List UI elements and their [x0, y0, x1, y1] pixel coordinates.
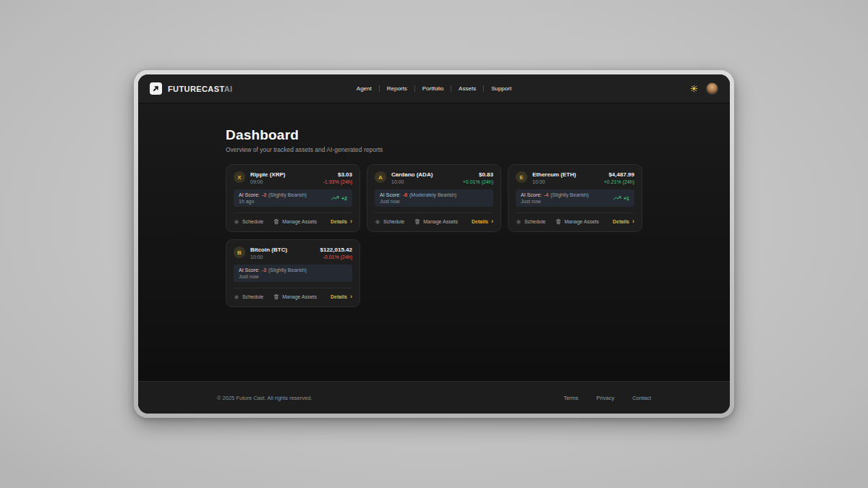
ai-score-block: AI Score: -3 (Slightly Bearish) 1h ago: [239, 192, 307, 204]
brand-main: FUTURECAST: [168, 85, 224, 93]
asset-time: 09:00: [250, 179, 285, 184]
main-nav: Agent Reports Portfolio Assets Support: [349, 85, 519, 92]
asset-price: $4,487.99: [604, 171, 634, 178]
ai-score-label: AI Score:: [239, 267, 260, 273]
ai-sentiment: (Slightly Bearish): [550, 192, 589, 197]
schedule-label: Schedule: [242, 294, 263, 299]
sun-icon: [690, 85, 698, 93]
asset-badge: A: [375, 171, 386, 183]
ai-updated: Just now: [239, 274, 307, 279]
trending-up-icon: [331, 196, 339, 201]
schedule-button[interactable]: Schedule: [516, 219, 545, 225]
footer-link-terms[interactable]: Terms: [563, 395, 578, 401]
trash-icon: [273, 218, 279, 225]
details-button[interactable]: Details ›: [472, 219, 493, 224]
asset-title-block: Cardano (ADA) 10:00: [391, 171, 433, 184]
asset-price-block: $122,015.42 -0.01% (24h): [320, 247, 353, 260]
asset-price: $122,015.42: [320, 247, 353, 253]
details-button[interactable]: Details ›: [331, 219, 352, 224]
gear-icon: [234, 219, 239, 225]
brand-name: FUTURECASTAI: [168, 85, 233, 93]
asset-badge: X: [234, 171, 245, 183]
asset-change: -1.93% (24h): [323, 179, 352, 184]
manage-assets-button[interactable]: Manage Assets: [273, 294, 317, 300]
page-title: Dashboard: [226, 127, 642, 143]
asset-change: +0.01% (24h): [463, 179, 493, 184]
brand-suffix: AI: [224, 85, 233, 93]
ai-score-line: AI Score: -4 (Slightly Bearish): [521, 192, 589, 197]
asset-card-ethereum: E Ethereum (ETH) 10:00 $4,487.99 +0.21% …: [508, 164, 642, 232]
asset-name: Bitcoin (BTC): [250, 247, 287, 253]
ai-score-panel: AI Score: -3 (Slightly Bearish) 1h ago: [234, 189, 352, 207]
ai-score-line: AI Score: -3 (Slightly Bearish): [239, 267, 307, 273]
trash-icon: [556, 218, 561, 225]
ai-score-block: AI Score: -4 (Slightly Bearish) Just now: [521, 192, 589, 204]
asset-time: 10:00: [391, 179, 433, 184]
manage-assets-button[interactable]: Manage Assets: [414, 218, 458, 225]
details-button[interactable]: Details ›: [613, 219, 634, 224]
footer-bar: © 2025 Future Cast. All rights reserved.…: [138, 381, 730, 414]
asset-change: -0.01% (24h): [320, 254, 353, 260]
asset-change: +0.21% (24h): [604, 179, 634, 184]
manage-assets-button[interactable]: Manage Assets: [273, 218, 317, 225]
ai-score-value: -3: [262, 267, 266, 273]
chevron-right-icon: ›: [491, 220, 493, 223]
nav-item-portfolio[interactable]: Portfolio: [414, 85, 451, 92]
brand: FUTURECASTAI: [150, 82, 233, 95]
schedule-button[interactable]: Schedule: [234, 294, 263, 300]
user-avatar[interactable]: [706, 82, 718, 95]
manage-assets-label: Manage Assets: [282, 294, 317, 299]
schedule-button[interactable]: Schedule: [234, 219, 263, 225]
ai-sentiment: (Slightly Bearish): [268, 192, 307, 197]
copyright-text: © 2025 Future Cast. All rights reserved.: [217, 395, 312, 401]
gear-icon: [516, 219, 522, 225]
manage-assets-label: Manage Assets: [282, 219, 317, 224]
schedule-button[interactable]: Schedule: [375, 219, 404, 225]
ai-sentiment: (Slightly Bearish): [268, 267, 307, 273]
footer-links: Terms Privacy Contact: [563, 395, 651, 401]
asset-badge: B: [234, 247, 245, 258]
ai-score-value: -6: [403, 192, 407, 197]
asset-price: $0.83: [463, 171, 493, 178]
nav-item-agent[interactable]: Agent: [349, 85, 379, 92]
nav-item-assets[interactable]: Assets: [451, 85, 483, 92]
asset-price: $3.03: [323, 171, 352, 178]
ai-updated: Just now: [521, 199, 589, 204]
asset-card-bitcoin: B Bitcoin (BTC) 10:00 $122,015.42 -0.01%…: [226, 239, 360, 307]
footer-inner: © 2025 Future Cast. All rights reserved.…: [217, 395, 651, 401]
details-label: Details: [472, 219, 488, 224]
footer-link-contact[interactable]: Contact: [632, 395, 651, 401]
manage-assets-button[interactable]: Manage Assets: [556, 218, 599, 225]
nav-item-support[interactable]: Support: [483, 85, 519, 92]
asset-card-ripple: X Ripple (XRP) 09:00 $3.03 -1.93% (24h): [226, 164, 360, 232]
content-container: Dashboard Overview of your tracked asset…: [226, 103, 642, 307]
gear-icon: [375, 219, 380, 225]
card-header: E Ethereum (ETH) 10:00 $4,487.99 +0.21% …: [516, 171, 634, 184]
asset-name: Ethereum (ETH): [532, 171, 576, 178]
asset-time: 10:00: [532, 179, 576, 184]
ai-sentiment: (Moderately Bearish): [409, 192, 456, 197]
chevron-right-icon: ›: [350, 220, 352, 223]
asset-card-grid: X Ripple (XRP) 09:00 $3.03 -1.93% (24h): [226, 164, 642, 307]
ai-score-block: AI Score: -6 (Moderately Bearish) Just n…: [380, 192, 456, 204]
manage-assets-label: Manage Assets: [564, 219, 599, 224]
footer-link-privacy[interactable]: Privacy: [597, 395, 615, 401]
logo: [150, 82, 162, 95]
asset-card-cardano: A Cardano (ADA) 10:00 $0.83 +0.01% (24h): [367, 164, 501, 232]
asset-price-block: $4,487.99 +0.21% (24h): [604, 171, 634, 184]
trending-up-icon: [613, 196, 621, 201]
nav-item-reports[interactable]: Reports: [379, 85, 414, 92]
details-button[interactable]: Details ›: [331, 294, 352, 299]
ai-score-value: -3: [262, 192, 266, 197]
asset-title-block: Ethereum (ETH) 10:00: [532, 171, 576, 184]
details-label: Details: [331, 219, 347, 224]
card-header: A Cardano (ADA) 10:00 $0.83 +0.01% (24h): [375, 171, 493, 184]
app-screen: FUTURECASTAI Agent Reports Portfolio Ass…: [138, 74, 730, 414]
trend-indicator: +1: [613, 196, 629, 201]
trend-value: +1: [624, 196, 629, 201]
trend-indicator: +2: [331, 196, 347, 201]
card-actions: Schedule Manage Assets Details ›: [234, 288, 352, 300]
theme-toggle-button[interactable]: [690, 85, 698, 93]
details-label: Details: [331, 294, 347, 299]
asset-price-block: $3.03 -1.93% (24h): [323, 171, 352, 184]
